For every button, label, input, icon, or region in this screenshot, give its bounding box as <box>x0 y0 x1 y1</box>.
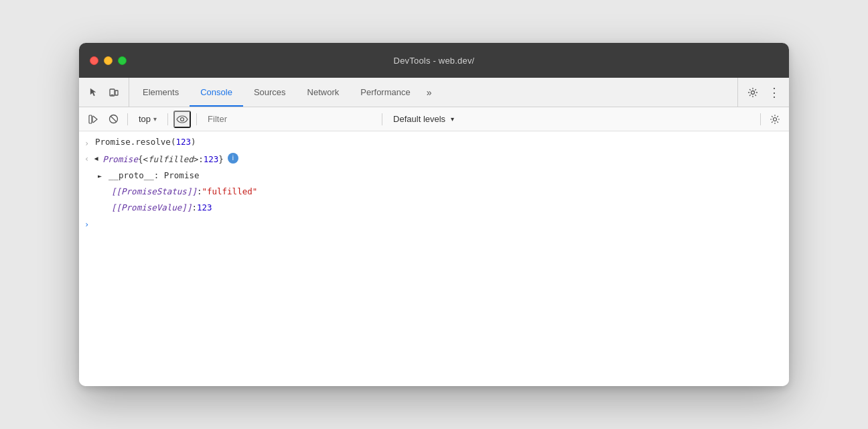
tab-performance[interactable]: Performance <box>350 78 421 107</box>
toolbar-icon-group <box>84 78 129 107</box>
console-input-text: Promise.resolve(123) <box>95 135 196 149</box>
promise-value-line: [[PromiseValue]] : 123 <box>79 200 789 216</box>
info-badge[interactable]: i <box>228 153 238 164</box>
tab-console[interactable]: Console <box>190 78 243 107</box>
separator-2 <box>167 113 168 125</box>
tab-sources[interactable]: Sources <box>243 78 297 107</box>
eye-icon <box>176 115 188 123</box>
console-output-promise[interactable]: ‹ ▼ Promise {<fulfilled>: 123} i <box>79 151 789 168</box>
more-tabs-button[interactable]: » <box>421 78 437 107</box>
promise-status-key: [[PromiseStatus]] <box>111 185 197 198</box>
separator-4 <box>382 113 382 125</box>
expand-promise-button[interactable]: ▼ <box>91 157 102 164</box>
inspect-element-button[interactable] <box>84 83 103 102</box>
separator-3 <box>196 113 197 125</box>
toolbar-right-icons: ⋮ <box>737 78 784 107</box>
maximize-button[interactable] <box>118 56 127 65</box>
log-levels-button[interactable]: Default levels ▾ <box>388 113 755 125</box>
settings-button[interactable] <box>743 83 762 102</box>
toolbar: Elements Console Sources Network Perform… <box>79 78 789 107</box>
promise-status-line: [[PromiseStatus]] : "fulfilled" <box>79 184 789 200</box>
console-prompt[interactable]: › <box>79 216 789 234</box>
svg-point-8 <box>774 117 777 121</box>
promise-label: Promise <box>102 153 138 166</box>
window-title: DevTools - web.dev/ <box>394 56 475 66</box>
promise-value-value: 123 <box>197 201 212 214</box>
tab-list: Elements Console Sources Network Perform… <box>132 78 735 107</box>
tab-network[interactable]: Network <box>297 78 350 107</box>
clear-console-button[interactable] <box>104 111 122 128</box>
kebab-icon: ⋮ <box>768 86 780 99</box>
expand-proto-button[interactable]: ► <box>98 171 104 182</box>
close-button[interactable] <box>90 56 98 65</box>
filter-input[interactable] <box>202 114 376 124</box>
run-icon <box>88 115 98 124</box>
devtools-window: DevTools - web.dev/ Elements <box>79 43 789 386</box>
run-script-button[interactable] <box>84 111 102 128</box>
svg-rect-1 <box>115 90 118 95</box>
traffic-lights <box>90 56 127 65</box>
minimize-button[interactable] <box>104 56 113 65</box>
live-expressions-button[interactable] <box>173 111 191 128</box>
menu-button[interactable]: ⋮ <box>765 83 784 102</box>
console-output: › Promise.resolve(123) ‹ ▼ Promise {<ful… <box>79 131 789 386</box>
svg-rect-4 <box>89 115 92 123</box>
cursor-icon <box>88 87 99 98</box>
context-dropdown-arrow: ▾ <box>153 115 157 123</box>
svg-line-6 <box>111 116 117 122</box>
console-toolbar: top ▾ Default levels ▾ <box>79 107 789 131</box>
svg-point-7 <box>181 117 184 121</box>
proto-line[interactable]: ► __proto__: Promise <box>79 168 789 184</box>
console-input-line: › Promise.resolve(123) <box>79 134 789 151</box>
promise-value-key: [[PromiseValue]] <box>111 201 192 214</box>
separator-5 <box>760 113 761 125</box>
title-bar: DevTools - web.dev/ <box>79 43 789 78</box>
console-settings-button[interactable] <box>766 111 784 128</box>
settings-gear-icon <box>770 114 780 125</box>
promise-status-value: "fulfilled" <box>202 185 257 198</box>
device-icon <box>108 87 119 98</box>
input-arrow: › <box>84 137 91 150</box>
device-toggle-button[interactable] <box>104 83 123 102</box>
separator-1 <box>127 113 128 125</box>
gear-icon <box>747 87 758 98</box>
tab-elements[interactable]: Elements <box>132 78 190 107</box>
output-marker: ‹ <box>84 153 89 166</box>
block-icon <box>108 114 119 124</box>
svg-point-3 <box>751 90 755 94</box>
prompt-arrow: › <box>84 219 89 231</box>
context-selector[interactable]: top ▾ <box>133 113 162 125</box>
